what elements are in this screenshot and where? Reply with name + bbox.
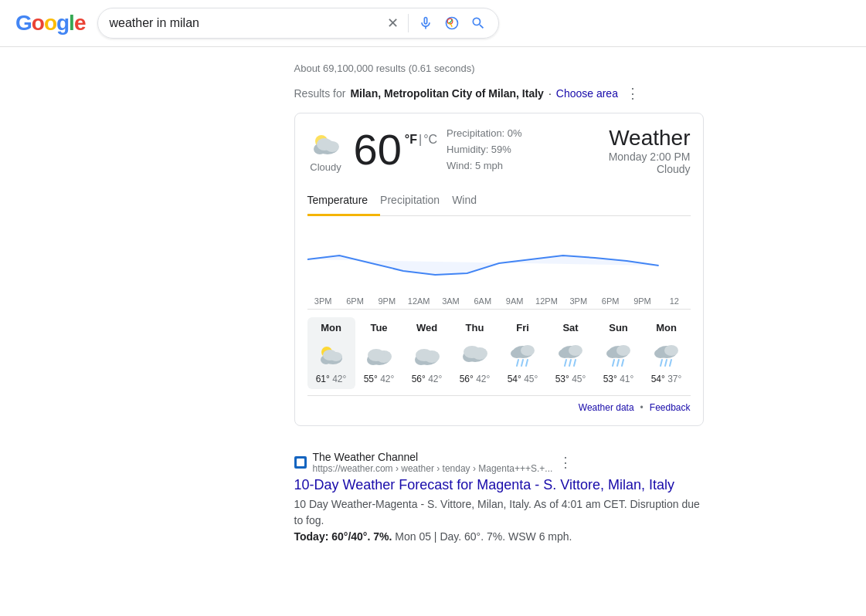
day-temps-mon-2: 54° 37°: [651, 374, 682, 384]
svg-point-11: [323, 350, 337, 360]
time-12pm: 12PM: [531, 296, 562, 306]
time-6pm: 6PM: [339, 296, 371, 306]
weather-tabs: Temperature Precipitation Wind: [307, 188, 691, 216]
result-more-button[interactable]: ⋮: [559, 454, 572, 471]
weather-right: Weather Monday 2:00 PM Cloudy: [609, 126, 691, 175]
day-icon-mon-2: [650, 338, 684, 369]
day-icon-sat: [554, 338, 588, 369]
temperature-value: 60: [354, 128, 402, 171]
snippet-text: Mon 05 | Day. 60°. 7%. WSW 6 mph.: [395, 530, 572, 543]
day-icon-fri: [506, 338, 540, 369]
forecast-day-fri[interactable]: Fri 54° 45°: [499, 317, 547, 389]
svg-line-47: [670, 360, 671, 366]
temperature-display: 60 °F | °C: [354, 128, 438, 171]
main-content: About 69,100,000 results (0.61 seconds) …: [163, 47, 704, 545]
result-favicon: [294, 456, 307, 469]
forecast-row: Mon 61° 42° Tue: [307, 309, 691, 389]
location-sep: ·: [548, 87, 552, 100]
result-snippet: 10 Day Weather-Magenta - S. Vittore, Mil…: [294, 496, 704, 545]
svg-line-28: [521, 360, 523, 366]
time-labels: 3PM 6PM 9PM 12AM 3AM 6AM 9AM 12PM 3PM 6P…: [307, 296, 691, 306]
temperature-chart: [307, 228, 691, 290]
voice-search-button[interactable]: [416, 14, 435, 32]
weather-condition-right: Cloudy: [609, 163, 691, 175]
day-temps-thu: 56° 42°: [460, 374, 491, 384]
svg-line-35: [574, 360, 576, 366]
weather-datetime: Monday 2:00 PM: [609, 151, 691, 163]
day-icon-wed: [410, 338, 444, 369]
temperature-units: °F | °C: [405, 133, 437, 147]
svg-point-32: [569, 345, 582, 356]
cloudy-svg-icon: [307, 127, 345, 158]
lens-button[interactable]: [443, 14, 461, 32]
day-temps-sun: 53° 41°: [603, 374, 634, 384]
forecast-day-sat[interactable]: Sat 53° 45°: [547, 317, 595, 389]
tab-temperature[interactable]: Temperature: [307, 188, 381, 216]
choose-area-link[interactable]: Choose area: [556, 87, 618, 100]
result-source: The Weather Channel https://weather.com …: [294, 451, 704, 474]
day-temps-wed: 56° 42°: [412, 374, 443, 384]
celsius-unit[interactable]: °C: [423, 133, 437, 147]
location-prefix: Results for: [294, 87, 346, 100]
location-more-button[interactable]: ⋮: [623, 85, 643, 102]
precipitation-detail: Precipitation: 0%: [447, 126, 522, 142]
feedback-link[interactable]: Feedback: [650, 402, 691, 413]
forecast-day-sun[interactable]: Sun 53° 41°: [595, 317, 643, 389]
results-count: About 69,100,000 results (0.61 seconds): [294, 63, 704, 74]
day-name-mon-1: Mon: [321, 322, 341, 333]
snippet-line-1: 10 Day Weather-Magenta - S. Vittore, Mil…: [294, 496, 704, 529]
tab-precipitation[interactable]: Precipitation: [380, 188, 452, 216]
svg-point-6: [317, 138, 332, 151]
forecast-day-wed[interactable]: Wed 56° 42°: [403, 317, 451, 389]
forecast-day-thu[interactable]: Thu 56° 42°: [451, 317, 499, 389]
time-12am: 12AM: [402, 296, 434, 306]
svg-line-46: [665, 360, 667, 366]
forecast-day-mon-2[interactable]: Mon 54° 37°: [643, 317, 691, 389]
svg-line-33: [565, 360, 566, 366]
fahrenheit-unit[interactable]: °F: [405, 133, 417, 147]
weather-top: Cloudy 60 °F | °C Precipitation: 0% Humi…: [307, 126, 691, 175]
weather-left: Cloudy 60 °F | °C Precipitation: 0% Humi…: [307, 126, 522, 174]
footer-dot: •: [640, 402, 644, 413]
time-9pm-2: 9PM: [627, 296, 658, 306]
time-6pm-2: 6PM: [594, 296, 626, 306]
snippet-bold: Today: 60°/40°. 7%.: [294, 530, 392, 543]
time-3pm-2: 3PM: [562, 296, 594, 306]
clear-button[interactable]: ✕: [385, 13, 400, 33]
svg-point-19: [416, 349, 433, 361]
wind-detail: Wind: 5 mph: [447, 158, 522, 174]
forecast-day-mon-1[interactable]: Mon 61° 42°: [307, 317, 355, 389]
day-temps-tue: 55° 42°: [364, 374, 395, 384]
condition-label: Cloudy: [310, 161, 341, 173]
day-temps-fri: 54° 45°: [508, 374, 538, 384]
search-input[interactable]: [109, 16, 378, 30]
search-button[interactable]: [469, 14, 487, 32]
time-9am: 9AM: [498, 296, 530, 306]
result-title-link[interactable]: 10-Day Weather Forecast for Magenta - S.…: [294, 477, 704, 493]
svg-line-39: [613, 360, 614, 366]
search-icons: ✕: [385, 13, 487, 33]
google-logo[interactable]: Google: [15, 11, 85, 36]
forecast-day-tue[interactable]: Tue 55° 42°: [355, 317, 403, 389]
header: Google ✕: [0, 0, 866, 47]
weather-data-link[interactable]: Weather data: [579, 402, 634, 413]
tab-wind[interactable]: Wind: [452, 188, 489, 216]
day-name-wed: Wed: [416, 322, 437, 333]
day-name-sat: Sat: [562, 322, 578, 333]
day-temps-mon-1: 61° 42°: [316, 374, 347, 384]
svg-line-41: [622, 360, 623, 366]
svg-point-26: [521, 345, 535, 356]
current-weather-icon: Cloudy: [307, 127, 345, 173]
day-temps-sat: 53° 45°: [555, 374, 586, 384]
search-divider: [408, 14, 409, 32]
day-name-sun: Sun: [609, 322, 628, 333]
day-name-tue: Tue: [370, 322, 387, 333]
temp-chart-svg: [307, 228, 691, 290]
result-url: https://weather.com › weather › tenday ›…: [313, 463, 553, 474]
weather-details: Precipitation: 0% Humidity: 59% Wind: 5 …: [447, 126, 522, 174]
svg-line-29: [526, 360, 528, 366]
weather-widget-label: Weather: [609, 126, 691, 151]
search-bar: ✕: [97, 8, 499, 39]
day-name-fri: Fri: [516, 322, 529, 333]
search-result: The Weather Channel https://weather.com …: [294, 438, 704, 545]
